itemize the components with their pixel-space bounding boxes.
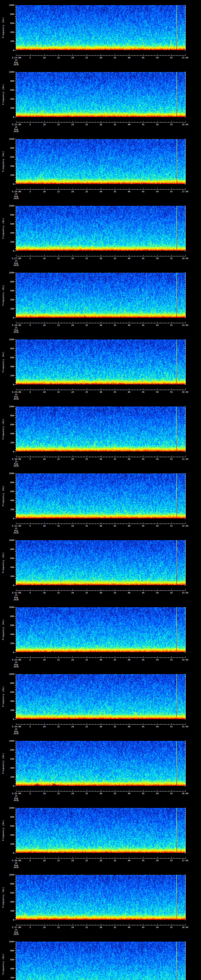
frequency-tick-label: 200 xyxy=(6,508,14,511)
time-tick-label: 50 xyxy=(156,792,159,795)
frequency-tick-label: 0 xyxy=(6,852,14,854)
time-tick-label: 50 xyxy=(156,725,159,728)
time-tick-label: 10 xyxy=(43,324,46,326)
x-axis-line xyxy=(16,657,186,658)
frequency-tick-label: 1000 xyxy=(6,740,14,742)
frequency-tick-label: 1000 xyxy=(6,4,14,6)
time-tick-label: 55 xyxy=(170,458,172,460)
frequency-tick-label: 1000 xyxy=(6,473,14,474)
y-axis-minor-ticks-right xyxy=(185,540,185,585)
time-tick-label: 40 xyxy=(128,792,130,795)
date-label-line: 2016 xyxy=(14,197,19,199)
time-tick-label: 55 xyxy=(170,257,172,259)
spectrogram-heatmap-canvas xyxy=(16,741,185,786)
frequency-tick-label: 400 xyxy=(6,299,14,301)
time-tick-label: 5 xyxy=(30,859,31,862)
frequency-tick-label: 600 xyxy=(6,156,14,158)
time-tick-label: 55 xyxy=(170,124,172,126)
time-tick-label: 45 xyxy=(142,859,145,862)
time-tick-label: 20 xyxy=(71,525,74,527)
date-label-line: 2016 xyxy=(14,331,19,333)
frequency-tick-label: 800 xyxy=(6,347,14,350)
frequency-tick-label: 1000 xyxy=(6,673,14,675)
date-label-line: 2016 xyxy=(14,866,19,869)
time-tick-label: 10 xyxy=(43,725,46,728)
time-tick-label: 35 xyxy=(114,324,116,326)
frequency-tick-label: 0 xyxy=(6,718,14,720)
spectrogram-heatmap-canvas xyxy=(16,607,185,652)
frequency-tick-label: 0 xyxy=(6,785,14,787)
frequency-tick-label: 800 xyxy=(6,816,14,818)
time-tick-label: 10 xyxy=(43,391,46,393)
frequency-axis-title: Frequency (Hz) xyxy=(2,674,5,719)
time-tick-label: 35 xyxy=(114,458,116,460)
time-tick-label: 25 xyxy=(85,592,88,594)
frequency-tick-label: 0 xyxy=(6,651,14,654)
time-tick-label: 55 xyxy=(170,926,172,929)
x-axis-minor-ticks xyxy=(16,189,186,189)
frequency-tick-label: 600 xyxy=(6,825,14,827)
time-tick-label: 20 xyxy=(71,592,74,594)
spectrogram-panel: Frequency (Hz)020040060080010005:36:0051… xyxy=(0,803,201,870)
end-time-label: 25:00 xyxy=(182,57,188,59)
x-axis-line xyxy=(16,323,186,323)
frequency-tick-label: 600 xyxy=(6,691,14,693)
time-tick-label: 45 xyxy=(142,926,145,929)
frequency-tick-label: 800 xyxy=(6,548,14,550)
y-axis-minor-ticks-left xyxy=(15,473,16,519)
frequency-tick-label: 600 xyxy=(6,624,14,627)
frequency-tick-label: 0 xyxy=(6,250,14,252)
x-axis-line xyxy=(16,122,186,123)
frequency-tick-label: 800 xyxy=(6,13,14,15)
y-axis-minor-ticks-right xyxy=(185,339,185,385)
spectrogram-heatmap-canvas xyxy=(16,407,185,452)
time-tick-label: 25 xyxy=(85,792,88,795)
y-axis-minor-ticks-right xyxy=(185,473,185,519)
y-axis-minor-ticks-right xyxy=(185,942,185,980)
time-tick-label: 10 xyxy=(43,257,46,259)
frequency-tick-label: 200 xyxy=(6,241,14,243)
time-tick-label: 15 xyxy=(57,191,60,192)
time-tick-label: 15 xyxy=(57,525,60,527)
y-axis-minor-ticks-right xyxy=(185,5,185,50)
y-axis-line-right xyxy=(185,875,186,920)
frequency-tick-label: 1000 xyxy=(6,339,14,340)
spectrogram-panel: Frequency (Hz)020040060080010005:37:0051… xyxy=(0,870,201,937)
y-axis-line-right xyxy=(185,674,186,719)
spectrogram-panel: Frequency (Hz)020040060080010005:28:0051… xyxy=(0,267,201,334)
time-tick-label: 45 xyxy=(142,257,145,259)
time-tick-label: 45 xyxy=(142,525,145,527)
time-tick-label: 40 xyxy=(128,57,130,59)
time-tick-label: 15 xyxy=(57,725,60,728)
frequency-tick-label: 800 xyxy=(6,749,14,751)
frequency-tick-label: 1000 xyxy=(6,406,14,408)
time-tick-label: 30 xyxy=(99,725,102,728)
frequency-tick-label: 200 xyxy=(6,107,14,109)
end-time-label: 26:00 xyxy=(182,124,188,126)
time-tick-label: 25 xyxy=(85,458,88,460)
spectrogram-panel: Frequency (Hz)020040060080010005:34:0051… xyxy=(0,669,201,736)
y-axis-minor-ticks-left xyxy=(15,540,16,585)
x-axis-minor-ticks xyxy=(16,55,186,56)
time-tick-label: 45 xyxy=(142,57,145,59)
frequency-axis-title: Frequency (Hz) xyxy=(2,407,5,452)
frequency-tick-label: 800 xyxy=(6,883,14,885)
time-tick-label: 50 xyxy=(156,926,159,929)
time-tick-label: 50 xyxy=(156,525,159,527)
date-label-line: 2016 xyxy=(14,598,19,601)
time-tick-label: 15 xyxy=(57,391,60,393)
frequency-tick-label: 1000 xyxy=(6,539,14,541)
end-time-label: 34:00 xyxy=(182,659,188,661)
spectrogram-panel: Frequency (Hz)020040060080010005:29:0051… xyxy=(0,334,201,401)
frequency-tick-label: 800 xyxy=(6,415,14,417)
x-axis-line xyxy=(16,724,186,725)
frequency-tick-label: 600 xyxy=(6,490,14,493)
y-axis-line-right xyxy=(185,5,186,50)
y-axis-line-right xyxy=(185,473,186,519)
time-tick-label: 55 xyxy=(170,725,172,728)
x-axis-minor-ticks xyxy=(16,389,186,390)
frequency-tick-label: 200 xyxy=(6,40,14,42)
time-tick-label: 25 xyxy=(85,659,88,661)
time-tick-label: 35 xyxy=(114,725,116,728)
y-axis-line-right xyxy=(185,607,186,652)
